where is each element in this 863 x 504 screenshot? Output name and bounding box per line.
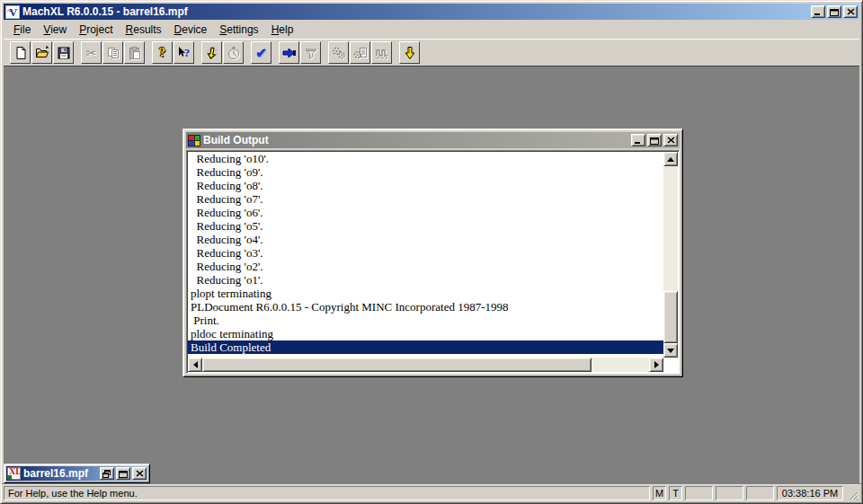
- context-help-button[interactable]: ?: [173, 41, 194, 64]
- waveform-icon: [375, 46, 389, 60]
- verify-icon: ✔: [255, 45, 267, 61]
- build-output-line[interactable]: Reducing 'o5'.: [188, 219, 663, 233]
- menu-bar: File View Project Results Device Setting…: [4, 22, 859, 38]
- cut-button[interactable]: ✂: [81, 41, 102, 64]
- build-button[interactable]: [201, 41, 222, 64]
- build-output-line[interactable]: Reducing 'o10'.: [188, 152, 663, 165]
- copy-button[interactable]: [102, 41, 123, 64]
- new-document-icon: [13, 46, 28, 60]
- save-icon: [57, 46, 71, 60]
- menu-project[interactable]: Project: [73, 22, 119, 37]
- machxl-main-window: ~V MachXL R6.0.0.15 - barrel16.mpf File …: [0, 0, 863, 504]
- vertical-scroll-thumb[interactable]: [663, 291, 678, 343]
- run-button[interactable]: [399, 41, 420, 64]
- horizontal-scroll-thumb[interactable]: [202, 358, 592, 372]
- document-title: barrel16.mpf: [23, 467, 100, 480]
- machxl-v-icon: ~V: [5, 5, 20, 19]
- build-output-window-icon: [188, 135, 200, 146]
- status-bar: For Help, use the Help menu. M T 03:38:1…: [2, 483, 861, 502]
- build-output-line[interactable]: Print.: [188, 314, 663, 327]
- new-button[interactable]: [10, 41, 31, 64]
- status-indicator-t: T: [669, 486, 682, 500]
- copy-icon: [106, 46, 120, 60]
- menu-settings[interactable]: Settings: [213, 22, 264, 37]
- document-titlebar: XL barrel16.mpf: [6, 466, 147, 481]
- build-output-maximize-button[interactable]: [647, 134, 662, 146]
- build-output-line[interactable]: Reducing 'o6'.: [188, 206, 663, 219]
- filter-button[interactable]: [300, 41, 321, 64]
- status-cell-1: [685, 486, 713, 500]
- status-clock: 03:38:16 PM: [777, 486, 843, 500]
- vertical-scrollbar[interactable]: [663, 152, 678, 358]
- toolbar: ✂ ? ? ✔: [4, 39, 859, 66]
- status-cell-3: [746, 486, 774, 500]
- build-output-line-selected[interactable]: Build Completed: [188, 340, 663, 354]
- context-help-icon: ?: [178, 46, 191, 60]
- close-button[interactable]: [843, 5, 858, 18]
- build-output-titlebar: Build Output: [186, 132, 680, 148]
- main-titlebar: ~V MachXL R6.0.0.15 - barrel16.mpf: [4, 4, 859, 20]
- run-icon: [403, 46, 417, 60]
- scroll-down-button[interactable]: [663, 343, 678, 358]
- main-window-title: MachXL R6.0.0.15 - barrel16.mpf: [22, 5, 811, 18]
- save-button[interactable]: [53, 41, 74, 64]
- menu-device[interactable]: Device: [168, 22, 214, 37]
- build-output-line[interactable]: Reducing 'o3'.: [188, 246, 663, 260]
- paste-icon: [128, 46, 142, 60]
- verify-button[interactable]: ✔: [251, 41, 271, 64]
- open-button[interactable]: [31, 41, 52, 64]
- horizontal-scrollbar[interactable]: [188, 358, 663, 372]
- paste-button[interactable]: [124, 41, 145, 64]
- build-options-button[interactable]: [328, 41, 349, 64]
- help-icon: ?: [159, 45, 166, 60]
- document-window-minimized: XL barrel16.mpf: [4, 464, 150, 483]
- document-maximize-button[interactable]: [116, 467, 130, 480]
- status-message: For Help, use the Help menu.: [4, 486, 650, 500]
- help-button[interactable]: ?: [152, 41, 173, 64]
- scroll-up-button[interactable]: [663, 152, 678, 166]
- build-output-window: Build Output Reducing 'o10'. Reducing 'o…: [182, 128, 683, 377]
- download-button[interactable]: [279, 41, 299, 64]
- build-output-line[interactable]: Reducing 'o1'.: [188, 273, 663, 287]
- menu-results[interactable]: Results: [120, 22, 168, 37]
- gear-document-icon: [353, 46, 368, 60]
- waveform-button[interactable]: [371, 41, 392, 64]
- build-output-list: Reducing 'o10'. Reducing 'o9'. Reducing …: [188, 152, 663, 358]
- menu-view[interactable]: View: [37, 22, 73, 37]
- resize-grip[interactable]: [847, 489, 859, 500]
- build-output-line[interactable]: Reducing 'o9'.: [188, 165, 663, 179]
- open-folder-icon: [35, 46, 49, 60]
- document-close-button[interactable]: [132, 467, 147, 480]
- maximize-button[interactable]: [827, 5, 841, 18]
- compile-report-button[interactable]: [350, 41, 370, 64]
- build-output-close-button[interactable]: [663, 134, 678, 146]
- document-restore-button[interactable]: [100, 467, 114, 480]
- build-output-line[interactable]: Reducing 'o8'.: [188, 179, 663, 192]
- timer-button[interactable]: [223, 41, 244, 64]
- build-output-line[interactable]: PLDocument R6.0.0.15 - Copyright MINC In…: [188, 300, 663, 314]
- filter-icon: [304, 46, 318, 60]
- build-output-listbox: Reducing 'o10'. Reducing 'o9'. Reducing …: [186, 150, 680, 374]
- timer-icon: [227, 46, 241, 60]
- mpf-document-icon: XL: [7, 467, 21, 480]
- build-output-line[interactable]: pldoc terminating: [188, 327, 663, 340]
- scroll-right-button[interactable]: [649, 358, 663, 372]
- build-output-title: Build Output: [203, 134, 631, 146]
- gears-icon: [332, 46, 346, 60]
- status-indicator-m: M: [653, 486, 666, 500]
- build-output-minimize-button[interactable]: [631, 134, 645, 146]
- scroll-left-button[interactable]: [188, 358, 202, 372]
- build-icon: [205, 46, 219, 60]
- download-icon: [282, 46, 297, 60]
- menu-help[interactable]: Help: [265, 22, 300, 37]
- build-output-line[interactable]: Reducing 'o2'.: [188, 260, 663, 273]
- status-cell-2: [716, 486, 743, 500]
- build-output-line[interactable]: Reducing 'o7'.: [188, 192, 663, 206]
- minimize-button[interactable]: [811, 5, 825, 18]
- menu-file[interactable]: File: [7, 22, 37, 37]
- build-output-line[interactable]: plopt terminating: [188, 287, 663, 300]
- mdi-client-area: Build Output Reducing 'o10'. Reducing 'o…: [4, 66, 859, 483]
- build-output-line[interactable]: Reducing 'o4'.: [188, 233, 663, 246]
- cut-icon: ✂: [86, 46, 97, 60]
